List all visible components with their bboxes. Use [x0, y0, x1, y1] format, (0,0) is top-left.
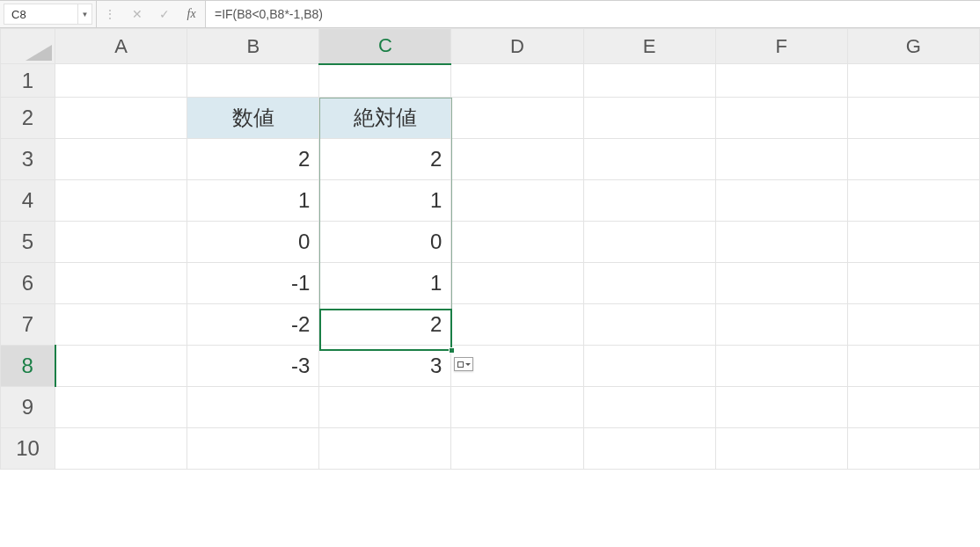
col-header-F[interactable]: F — [715, 29, 847, 64]
cell-C5[interactable]: 0 — [319, 222, 451, 263]
cell-D6[interactable] — [451, 263, 583, 304]
cell-E3[interactable] — [583, 139, 715, 180]
col-header-D[interactable]: D — [451, 29, 583, 64]
cancel-icon[interactable]: ✕ — [128, 7, 146, 21]
cell-C3[interactable]: 2 — [319, 139, 451, 180]
cell-D4[interactable] — [451, 180, 583, 222]
cell-A6[interactable] — [55, 263, 187, 304]
row-header-2[interactable]: 2 — [1, 98, 55, 139]
fill-handle[interactable] — [449, 347, 455, 354]
row-header-3[interactable]: 3 — [1, 139, 55, 180]
cell-F10[interactable] — [715, 428, 847, 470]
cell-F6[interactable] — [715, 263, 847, 304]
cell-D3[interactable] — [451, 139, 583, 180]
cell-A8[interactable] — [55, 346, 187, 387]
cell-F1[interactable] — [715, 64, 847, 98]
autofill-options-button[interactable] — [454, 357, 473, 371]
cell-D5[interactable] — [451, 222, 583, 263]
cell-F4[interactable] — [715, 180, 847, 222]
cell-A4[interactable] — [55, 180, 187, 222]
col-header-B[interactable]: B — [187, 29, 319, 64]
cell-G9[interactable] — [847, 387, 979, 428]
row-header-9[interactable]: 9 — [1, 387, 55, 428]
cell-B2[interactable]: 数値 — [187, 98, 319, 139]
cell-B9[interactable] — [187, 387, 319, 428]
formula-input[interactable]: =IF(B8<0,B8*-1,B8) — [206, 1, 980, 27]
cell-E1[interactable] — [583, 64, 715, 98]
cell-D9[interactable] — [451, 387, 583, 428]
cell-D7[interactable] — [451, 304, 583, 346]
cell-F3[interactable] — [715, 139, 847, 180]
cell-G6[interactable] — [847, 263, 979, 304]
cell-B5[interactable]: 0 — [187, 222, 319, 263]
cell-A9[interactable] — [55, 387, 187, 428]
name-box-input[interactable]: C8 — [4, 4, 78, 25]
cell-G8[interactable] — [847, 346, 979, 387]
cell-E7[interactable] — [583, 304, 715, 346]
cell-G7[interactable] — [847, 304, 979, 346]
cell-D1[interactable] — [451, 64, 583, 98]
row-header-10[interactable]: 10 — [1, 428, 55, 470]
col-header-G[interactable]: G — [847, 29, 979, 64]
cell-F7[interactable] — [715, 304, 847, 346]
cell-A3[interactable] — [55, 139, 187, 180]
cell-G3[interactable] — [847, 139, 979, 180]
spreadsheet-grid[interactable]: A B C D E F G 1 2 数値 絶対値 — [0, 28, 980, 547]
cell-A2[interactable] — [55, 98, 187, 139]
row-header-8[interactable]: 8 — [1, 346, 55, 387]
cell-B4[interactable]: 1 — [187, 180, 319, 222]
col-header-C[interactable]: C — [319, 29, 451, 64]
enter-icon[interactable]: ✓ — [156, 7, 173, 21]
cell-C1[interactable] — [319, 64, 451, 98]
fx-icon[interactable]: fx — [183, 7, 201, 21]
cell-C10[interactable] — [319, 428, 451, 470]
cell-G10[interactable] — [847, 428, 979, 470]
cell-B3[interactable]: 2 — [187, 139, 319, 180]
cell-G4[interactable] — [847, 180, 979, 222]
cell-D10[interactable] — [451, 428, 583, 470]
row-header-1[interactable]: 1 — [1, 64, 55, 98]
cell-F2[interactable] — [715, 98, 847, 139]
cell-B10[interactable] — [187, 428, 319, 470]
cell-E6[interactable] — [583, 263, 715, 304]
cell-G1[interactable] — [847, 64, 979, 98]
name-box-dropdown-icon[interactable]: ▼ — [78, 4, 92, 25]
cell-C2[interactable]: 絶対値 — [319, 98, 451, 139]
cell-C9[interactable] — [319, 387, 451, 428]
name-box[interactable]: C8 ▼ — [0, 1, 97, 27]
cell-value: -2 — [187, 304, 318, 345]
cell-C7[interactable]: 2 — [319, 304, 451, 346]
cell-E8[interactable] — [583, 346, 715, 387]
cell-A10[interactable] — [55, 428, 187, 470]
row-header-4[interactable]: 4 — [1, 180, 55, 222]
row-header-6[interactable]: 6 — [1, 263, 55, 304]
cell-G2[interactable] — [847, 98, 979, 139]
row-header-7[interactable]: 7 — [1, 304, 55, 346]
cell-E9[interactable] — [583, 387, 715, 428]
cell-F9[interactable] — [715, 387, 847, 428]
row-header-5[interactable]: 5 — [1, 222, 55, 263]
cell-C6[interactable]: 1 — [319, 263, 451, 304]
cell-A1[interactable] — [55, 64, 187, 98]
select-all-corner[interactable] — [1, 29, 55, 64]
cell-A5[interactable] — [55, 222, 187, 263]
cell-C8[interactable]: 3 — [319, 346, 451, 387]
cell-C4[interactable]: 1 — [319, 180, 451, 222]
cell-E4[interactable] — [583, 180, 715, 222]
cell-F5[interactable] — [715, 222, 847, 263]
cell-D2[interactable] — [451, 98, 583, 139]
cell-E5[interactable] — [583, 222, 715, 263]
cell-A7[interactable] — [55, 304, 187, 346]
cell-B8[interactable]: -3 — [187, 346, 319, 387]
col-header-E[interactable]: E — [583, 29, 715, 64]
more-icon[interactable]: ⋮ — [101, 7, 119, 21]
col-header-A[interactable]: A — [55, 29, 187, 64]
cell-E2[interactable] — [583, 98, 715, 139]
cell-B6[interactable]: -1 — [187, 263, 319, 304]
cell-B7[interactable]: -2 — [187, 304, 319, 346]
cell-G5[interactable] — [847, 222, 979, 263]
cell-B1[interactable] — [187, 64, 319, 98]
cell-value: 0 — [319, 222, 450, 262]
cell-E10[interactable] — [583, 428, 715, 470]
cell-F8[interactable] — [715, 346, 847, 387]
